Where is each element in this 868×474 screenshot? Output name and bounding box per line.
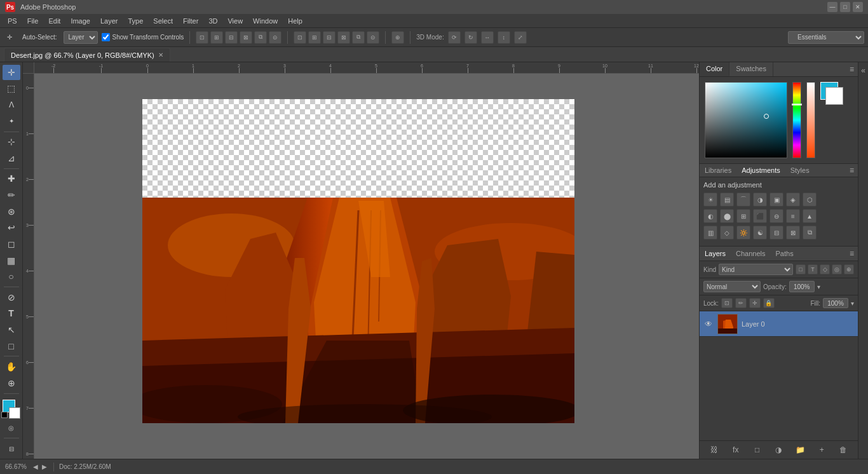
adjustments-options-btn[interactable]: ≡ [846,165,858,176]
channel-mixer-btn[interactable]: ⊞ [736,209,750,223]
black-white-btn[interactable]: ◐ [703,209,717,223]
hue-sat-btn[interactable]: ◈ [786,193,800,207]
color-lookup-btn[interactable]: ⬛ [753,209,767,223]
delete-layer-btn[interactable]: 🗑 [837,444,850,456]
show-transform-checkbox[interactable]: Show Transform Controls [102,33,184,41]
lock-image-btn[interactable]: ✏ [735,298,747,308]
quick-mask-btn[interactable]: ◎ [3,421,20,436]
menu-filter[interactable]: Filter [178,16,203,26]
history-brush-tool[interactable]: ↩ [3,220,20,235]
screen-mode-btn[interactable]: ⊟ [3,441,20,456]
3d-scale-btn[interactable]: ⤢ [514,31,527,44]
auto-select-type[interactable]: Layer Group [64,31,98,44]
tab-swatches[interactable]: Swatches [729,62,773,76]
color-balance-btn[interactable]: ⬡ [803,193,817,207]
brightness-contrast-btn[interactable]: ☀ [703,193,717,207]
pen-tool[interactable]: ⊘ [3,290,20,305]
menu-3d[interactable]: 3D [203,16,222,26]
minimize-button[interactable]: — [827,2,837,12]
filter-smart-icon[interactable]: ◎ [832,264,842,274]
tab-libraries[interactable]: Libraries [700,164,736,177]
path-select-tool[interactable]: ↖ [3,322,20,337]
fill-expand-icon[interactable]: ▾ [851,300,854,307]
filter-adjustment-icon[interactable]: ⊕ [844,264,854,274]
layer-name[interactable]: Layer 0 [742,320,854,328]
tab-paths[interactable]: Paths [771,247,799,260]
document-tab[interactable]: Desert.jpg @ 66.7% (Layer 0, RGB/8#/CMYK… [4,48,170,62]
tab-styles[interactable]: Styles [785,164,815,177]
adj-extra3[interactable]: ⊟ [770,226,783,240]
curves-btn[interactable]: ⌒ [736,193,750,207]
adj-extra1[interactable]: 🔆 [736,226,750,240]
align-center-btn[interactable]: ⊞ [210,31,223,44]
adj-extra4[interactable]: ⊠ [786,226,800,240]
canvas-viewport[interactable] [34,74,699,459]
lock-all-btn[interactable]: 🔒 [763,298,775,308]
clone-tool[interactable]: ⊛ [3,204,20,219]
distribute-v-btn[interactable]: ⊞ [308,31,321,44]
type-tool[interactable]: T [3,306,20,322]
default-colors-icon[interactable] [1,412,8,418]
zoom-tool[interactable]: ⊕ [3,376,20,391]
3d-roll-btn[interactable]: ↻ [465,31,477,44]
3d-slide-btn[interactable]: ↕ [498,31,510,44]
background-color[interactable] [9,407,20,419]
3d-pan-btn[interactable]: ↔ [481,31,494,44]
new-adjustment-btn[interactable]: ◑ [772,444,785,456]
color-gradient-picker[interactable] [705,82,787,158]
tab-channels[interactable]: Channels [731,247,770,260]
maximize-button[interactable]: □ [840,2,850,12]
gradient-tool[interactable]: ▦ [3,253,20,268]
layer-kind-filter[interactable]: Kind Name Effect Mode Attribute Color [719,264,793,275]
eyedropper-tool[interactable]: ⊿ [3,151,20,166]
collapse-panel-btn[interactable]: « [861,66,865,75]
move-tool[interactable]: ✛ [3,65,20,80]
menu-help[interactable]: Help [283,16,308,26]
menu-ps[interactable]: PS [3,16,22,26]
exposure-btn[interactable]: ◑ [753,193,767,207]
menu-file[interactable]: File [22,16,44,26]
brush-tool[interactable]: ✏ [3,187,20,203]
selective-color-btn[interactable]: ◇ [720,226,734,240]
nav-prev-btn[interactable]: ◀ [32,462,39,471]
distribute3-btn[interactable]: ⊠ [337,31,350,44]
posterize-btn[interactable]: ≡ [786,209,800,223]
menu-edit[interactable]: Edit [43,16,65,26]
hue-slider[interactable] [792,82,801,158]
3d-rotate-btn[interactable]: ⟳ [448,31,461,44]
lock-position-btn[interactable]: ✛ [749,298,761,308]
fill-input[interactable] [823,298,848,308]
lasso-tool[interactable]: ⴷ [3,97,20,112]
adj-extra5[interactable]: ⧉ [803,226,817,240]
hand-tool[interactable]: ✋ [3,359,20,374]
tab-layers[interactable]: Layers [700,247,731,260]
filter-type-icon[interactable]: T [808,264,818,274]
workspace-select[interactable]: Essentials Photography Painting [788,31,864,44]
color-swatches[interactable] [0,398,23,417]
menu-image[interactable]: Image [65,16,95,26]
filter-shape-icon[interactable]: ◇ [820,264,830,274]
threshold-btn[interactable]: ▲ [803,209,817,223]
add-style-btn[interactable]: fx [729,444,742,456]
nav-next-btn[interactable]: ▶ [41,462,48,471]
layer-visibility-toggle[interactable]: 👁 [703,319,714,329]
opacity-expand-icon[interactable]: ▾ [817,283,820,290]
close-button[interactable]: ✕ [853,2,863,12]
menu-window[interactable]: Window [248,16,283,26]
levels-btn[interactable]: ▤ [720,193,734,207]
fg-bg-swatch[interactable] [820,82,843,105]
crop-tool[interactable]: ⊹ [3,134,20,149]
link-layers-btn[interactable]: ⛓ [708,444,721,456]
shape-tool[interactable]: □ [3,339,20,354]
layers-options-btn[interactable]: ≡ [846,247,858,261]
align-bottom-btn[interactable]: ⊝ [269,31,281,44]
gradient-map-btn[interactable]: ▥ [703,226,717,240]
tab-color[interactable]: Color [700,62,729,76]
rect-marquee-tool[interactable]: ⬚ [3,81,20,97]
canvas-document[interactable] [142,99,574,423]
invert-btn[interactable]: ⊖ [770,209,783,223]
menu-type[interactable]: Type [123,16,149,26]
align-middle-btn[interactable]: ⧉ [254,31,267,44]
color-panel-options[interactable]: ≡ [846,62,858,76]
align-left-btn[interactable]: ⊡ [196,31,208,44]
